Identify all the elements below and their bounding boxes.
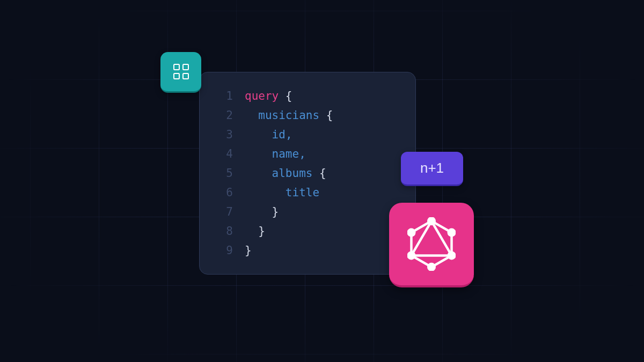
code-token-field: id <box>272 125 286 144</box>
code-token-comma: , <box>299 144 306 164</box>
code-line: 2 musicians { <box>215 106 400 125</box>
n-plus-1-badge: n+1 <box>401 152 463 186</box>
code-line: 6 title <box>215 183 400 202</box>
svg-point-4 <box>407 251 416 260</box>
line-number: 1 <box>215 86 233 106</box>
code-token-field: albums <box>272 164 313 183</box>
code-token-field: name <box>272 144 299 164</box>
code-line: 1query { <box>215 86 400 106</box>
dashboard-icon <box>173 64 189 79</box>
line-number: 3 <box>215 125 233 144</box>
code-token-space <box>245 183 286 202</box>
code-block-card: 1query {2 musicians {3 id,4 name,5 album… <box>199 72 416 275</box>
line-number: 5 <box>215 164 233 183</box>
n-plus-1-label: n+1 <box>420 160 444 176</box>
svg-point-1 <box>447 228 456 237</box>
line-number: 2 <box>215 106 233 125</box>
dashboard-tile <box>160 52 201 93</box>
code-token-space <box>245 144 272 164</box>
svg-point-2 <box>447 251 456 260</box>
svg-point-5 <box>407 228 416 237</box>
code-line: 8 } <box>215 221 400 241</box>
code-line: 4 name, <box>215 144 400 164</box>
code-line: 3 id, <box>215 125 400 144</box>
code-token-brace: { <box>312 164 326 183</box>
code-token-comma: , <box>286 125 292 144</box>
code-token-space <box>245 164 272 183</box>
code-token-field: musicians <box>258 106 319 125</box>
code-token-brace: } <box>258 221 265 241</box>
code-token-space <box>245 221 258 241</box>
code-token-space <box>245 202 272 221</box>
graphql-icon <box>407 217 456 271</box>
code-line: 9} <box>215 241 400 260</box>
code-token-field: title <box>286 183 319 202</box>
code-line: 7 } <box>215 202 400 221</box>
code-token-brace: { <box>279 86 292 106</box>
code-token-brace: } <box>245 241 252 260</box>
graphql-tile <box>389 203 474 287</box>
code-token-brace: } <box>272 202 279 221</box>
line-number: 8 <box>215 221 233 241</box>
code-token-space <box>245 106 258 125</box>
line-number: 6 <box>215 183 233 202</box>
code-token-kw: query <box>245 86 279 106</box>
code-token-space <box>245 125 272 144</box>
line-number: 4 <box>215 144 233 164</box>
code-token-brace: { <box>319 106 333 125</box>
code-line: 5 albums { <box>215 164 400 183</box>
line-number: 9 <box>215 241 233 260</box>
line-number: 7 <box>215 202 233 221</box>
